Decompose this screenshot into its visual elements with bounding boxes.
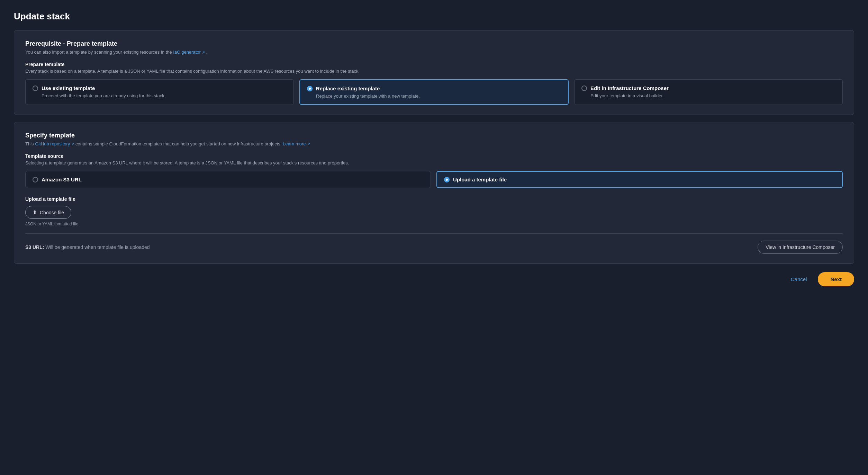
template-source-desc: Selecting a template generates an Amazon…	[25, 160, 843, 165]
next-button[interactable]: Next	[818, 272, 854, 286]
option-replace-existing-desc: Replace your existing template with a ne…	[307, 93, 561, 99]
prepare-template-desc: Every stack is based on a template. A te…	[25, 69, 843, 74]
footer-actions: Cancel Next	[14, 272, 854, 286]
template-source-options: Amazon S3 URL Upload a template file	[25, 171, 843, 188]
template-source-label: Template source	[25, 153, 843, 159]
option-use-existing[interactable]: Use existing template Proceed with the t…	[25, 79, 294, 105]
prepare-template-options: Use existing template Proceed with the t…	[25, 79, 843, 105]
specify-template-subtitle: This GitHub repository contains sample C…	[25, 141, 843, 146]
iac-generator-link[interactable]: IaC generator	[173, 50, 205, 55]
prerequisite-subtitle: You can also import a template by scanni…	[25, 50, 843, 55]
radio-upload-file	[444, 177, 450, 182]
prerequisite-title: Prerequisite - Prepare template	[25, 40, 843, 47]
option-edit-composer-desc: Edit your template in a visual builder.	[581, 93, 835, 98]
radio-edit-composer	[581, 86, 587, 91]
upload-icon: ⬆	[33, 209, 37, 216]
source-upload-file[interactable]: Upload a template file	[436, 171, 843, 188]
choose-file-button[interactable]: ⬆ Choose file	[25, 206, 71, 219]
prerequisite-card: Prerequisite - Prepare template You can …	[14, 30, 854, 115]
radio-use-existing	[33, 86, 38, 91]
upload-hint: JSON or YAML formatted file	[25, 222, 843, 226]
github-link[interactable]: GitHub repository	[35, 141, 74, 146]
option-replace-existing[interactable]: Replace existing template Replace your e…	[299, 79, 569, 105]
s3-url-row: S3 URL: Will be generated when template …	[25, 241, 843, 254]
upload-label: Upload a template file	[25, 196, 843, 202]
option-edit-composer[interactable]: Edit in Infrastructure Composer Edit you…	[574, 79, 843, 105]
source-amazon-s3[interactable]: Amazon S3 URL	[25, 171, 431, 188]
cancel-button[interactable]: Cancel	[785, 273, 813, 286]
s3-url-text: S3 URL: Will be generated when template …	[25, 244, 150, 250]
radio-replace-existing	[307, 86, 313, 91]
divider	[25, 233, 843, 234]
page-title: Update stack	[14, 11, 854, 22]
option-use-existing-desc: Proceed with the template you are alread…	[33, 93, 287, 98]
specify-template-card: Specify template This GitHub repository …	[14, 122, 854, 264]
radio-amazon-s3	[33, 177, 38, 182]
view-in-infrastructure-composer-button[interactable]: View in Infrastructure Composer	[758, 241, 843, 254]
prepare-template-label: Prepare template	[25, 62, 843, 67]
learn-more-link[interactable]: Learn more	[283, 141, 310, 146]
specify-template-title: Specify template	[25, 132, 843, 139]
